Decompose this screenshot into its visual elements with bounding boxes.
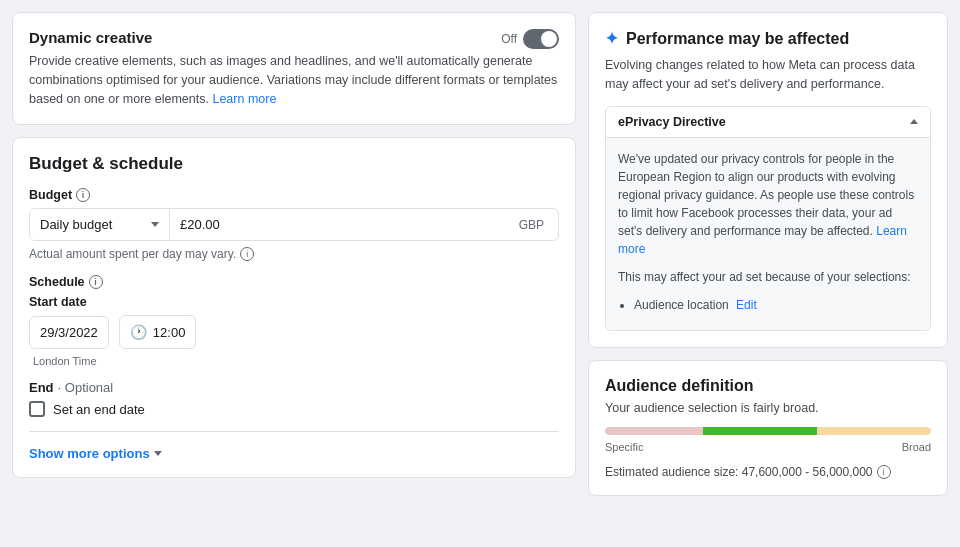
start-time-input[interactable]: 🕐 12:00 (119, 315, 197, 349)
performance-icon: ✦ (605, 29, 618, 48)
directive-affect-label: This may affect your ad set because of y… (618, 268, 918, 286)
toggle-container: Off (501, 29, 559, 49)
dynamic-creative-toggle[interactable] (523, 29, 559, 49)
budget-label: Budget i (29, 188, 559, 202)
schedule-label: Schedule i (29, 275, 559, 289)
dynamic-creative-description: Provide creative elements, such as image… (29, 52, 559, 108)
audience-bar (605, 427, 931, 435)
dynamic-creative-title: Dynamic creative (29, 29, 152, 46)
audience-card: Audience definition Your audience select… (588, 360, 948, 496)
performance-title: ✦ Performance may be affected (605, 29, 931, 48)
budget-hint-info-icon[interactable]: i (240, 247, 254, 261)
timezone-label: London Time (33, 355, 97, 367)
learn-more-link[interactable]: Learn more (212, 92, 276, 106)
performance-card: ✦ Performance may be affected Evolving c… (588, 12, 948, 348)
divider (29, 431, 559, 432)
end-date-checkbox[interactable] (29, 401, 45, 417)
directive-box: ePrivacy Directive We've updated our pri… (605, 106, 931, 331)
directive-title: ePrivacy Directive (618, 115, 726, 129)
budget-type-chevron (151, 222, 159, 227)
clock-icon: 🕐 (130, 324, 147, 340)
end-section: End · Optional Set an end date (29, 380, 559, 417)
bar-specific-label: Specific (605, 441, 644, 453)
bar-broad-label: Broad (902, 441, 931, 453)
budget-amount-input[interactable] (180, 217, 519, 232)
end-label: End · Optional (29, 380, 559, 395)
budget-row: Daily budget GBP (29, 208, 559, 241)
toggle-off-label: Off (501, 32, 517, 46)
directive-chevron-up (910, 119, 918, 124)
budget-type-label: Daily budget (40, 217, 112, 232)
directive-body: We've updated our privacy controls for p… (618, 150, 918, 258)
audience-title: Audience definition (605, 377, 931, 395)
schedule-info-icon[interactable]: i (89, 275, 103, 289)
bar-specific (605, 427, 703, 435)
budget-amount-field: GBP (170, 209, 558, 240)
budget-schedule-title: Budget & schedule (29, 154, 559, 174)
budget-schedule-card: Budget & schedule Budget i Daily budget … (12, 137, 576, 478)
end-date-checkbox-label: Set an end date (53, 402, 145, 417)
budget-currency: GBP (519, 218, 548, 232)
directive-content: We've updated our privacy controls for p… (606, 138, 930, 330)
bar-broad (817, 427, 931, 435)
dynamic-creative-card: Dynamic creative Off Provide creative el… (12, 12, 576, 125)
audience-size-info-icon[interactable]: i (877, 465, 891, 479)
start-date-section: Start date 29/3/2022 🕐 12:00 London Time (29, 295, 559, 368)
directive-list: Audience location Edit (634, 296, 918, 314)
show-more-options[interactable]: Show more options (29, 446, 559, 461)
budget-hint: Actual amount spent per day may vary. i (29, 247, 559, 261)
performance-description: Evolving changes related to how Meta can… (605, 56, 931, 94)
start-date-label: Start date (29, 295, 559, 309)
start-date-row: 29/3/2022 🕐 12:00 (29, 315, 559, 349)
bar-labels: Specific Broad (605, 441, 931, 453)
budget-type-select[interactable]: Daily budget (30, 209, 170, 240)
directive-item-edit-link[interactable]: Edit (736, 298, 757, 312)
start-date-input[interactable]: 29/3/2022 (29, 316, 109, 349)
audience-description: Your audience selection is fairly broad. (605, 401, 931, 415)
directive-header[interactable]: ePrivacy Directive (606, 107, 930, 138)
end-optional-label: · Optional (58, 380, 114, 395)
directive-list-item: Audience location Edit (634, 296, 918, 314)
audience-size: Estimated audience size: 47,600,000 - 56… (605, 465, 931, 479)
budget-info-icon[interactable]: i (76, 188, 90, 202)
bar-good (703, 427, 817, 435)
show-more-chevron (154, 451, 162, 456)
end-date-checkbox-row: Set an end date (29, 401, 559, 417)
